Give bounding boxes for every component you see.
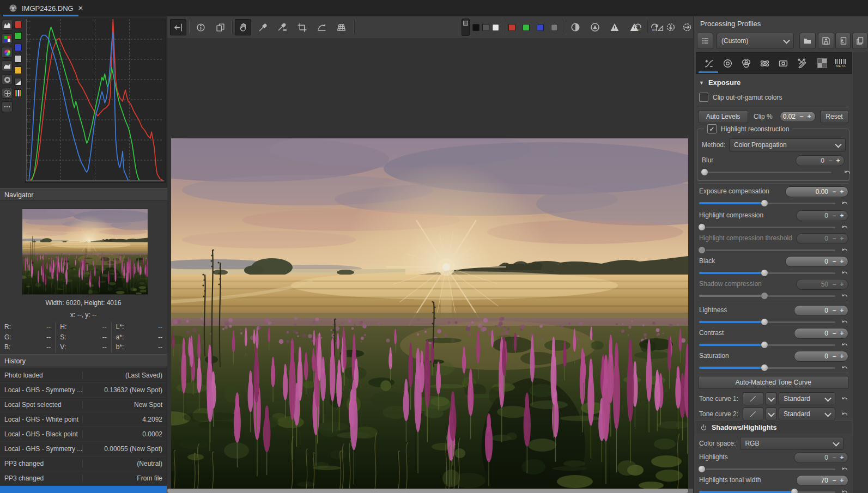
history-row[interactable]: PP3 changed(Neutral) — [0, 457, 167, 471]
exposure-compensation-slider[interactable] — [699, 200, 835, 206]
tab-detail[interactable] — [719, 55, 736, 71]
paste-profile-button[interactable] — [835, 33, 851, 49]
tone-curve-2-mode[interactable]: Standard — [779, 407, 835, 421]
slider-track[interactable] — [702, 172, 831, 173]
tone-curve-1-mode[interactable]: Standard — [779, 392, 835, 405]
horizontal-scrollbar[interactable] — [167, 489, 694, 493]
spin-plus[interactable]: + — [838, 307, 846, 314]
rotate-right-button[interactable]: 90° — [646, 19, 663, 35]
power-icon[interactable] — [700, 424, 707, 431]
reset-arrow-icon[interactable] — [841, 199, 848, 207]
tab-transform[interactable] — [775, 55, 791, 71]
rgb-mode-button[interactable] — [2, 33, 13, 44]
spin-minus[interactable]: − — [830, 281, 838, 288]
tab-exposure[interactable] — [701, 55, 717, 71]
perspective-tool-button[interactable] — [333, 19, 349, 35]
spin-plus[interactable]: + — [805, 113, 813, 120]
spin-minus[interactable]: − — [830, 477, 838, 484]
tone-curve-1-type-button[interactable] — [743, 392, 763, 405]
lightness-spinner[interactable]: 0 −+ — [794, 305, 848, 316]
blur-slider[interactable] — [702, 169, 831, 175]
color-picker-button[interactable] — [254, 19, 271, 35]
spin-plus[interactable]: + — [838, 235, 846, 242]
highlights-spinner[interactable]: 0 −+ — [794, 452, 848, 463]
history-row[interactable]: Local Spot selectedNew Spot — [0, 398, 167, 412]
reset-arrow-icon[interactable] — [841, 223, 848, 231]
reset-arrow-icon[interactable] — [841, 318, 848, 326]
slider-track[interactable] — [699, 249, 835, 251]
spin-minus[interactable]: − — [830, 235, 838, 242]
slider-knob[interactable] — [761, 292, 768, 300]
raw-bars-toggle[interactable] — [14, 89, 22, 97]
auto-matched-tone-curve-button[interactable]: Auto-Matched Tone Curve — [698, 376, 848, 389]
black-slider[interactable] — [699, 270, 835, 276]
bg-black-swatch[interactable] — [472, 24, 479, 31]
checkbox-checked[interactable]: ✓ — [707, 124, 717, 133]
close-icon[interactable]: ✕ — [78, 4, 83, 12]
slider-knob[interactable] — [698, 223, 706, 231]
history-row-selected[interactable] — [0, 486, 167, 493]
reset-arrow-icon[interactable] — [841, 341, 848, 349]
tab-metadata[interactable]: META — [833, 55, 849, 71]
slider-knob[interactable] — [761, 269, 768, 277]
hide-left-panel-button[interactable] — [170, 19, 186, 35]
reset-arrow-icon[interactable] — [841, 269, 848, 277]
red-channel-toggle[interactable] — [14, 21, 22, 28]
exposure-compensation-spinner[interactable]: 0.00 −+ — [785, 186, 848, 197]
preview-luminosity[interactable] — [551, 24, 558, 31]
luminosity-toggle[interactable] — [14, 55, 22, 63]
history-row[interactable]: Local - GHS - Symmetry ...0.13632 (New S… — [0, 383, 167, 397]
image-tab[interactable]: IMGP2426.DNG ✕ — [3, 1, 89, 15]
tab-raw[interactable] — [793, 55, 810, 71]
reset-arrow-icon[interactable] — [841, 364, 848, 372]
flip-vertical-button[interactable] — [663, 19, 679, 35]
spin-minus[interactable]: − — [830, 307, 838, 314]
spin-plus[interactable]: + — [838, 281, 846, 288]
spin-plus[interactable]: + — [834, 157, 842, 165]
tools-scrollbar[interactable] — [853, 52, 868, 493]
lightness-slider[interactable] — [699, 319, 835, 325]
bg-white-swatch[interactable] — [492, 24, 499, 31]
reset-exposure-button[interactable]: Reset — [820, 110, 848, 123]
saturation-spinner[interactable]: 0 −+ — [794, 351, 848, 362]
saturation-slider[interactable] — [699, 365, 835, 370]
highlight-compression-slider[interactable] — [699, 224, 835, 230]
slider-track[interactable] — [699, 227, 835, 228]
highlight-compression-spinner[interactable]: 0 −+ — [796, 210, 848, 221]
slider-track[interactable] — [699, 468, 835, 470]
blur-spinner[interactable]: 0 − + — [796, 155, 845, 166]
navigator-thumbnail[interactable] — [22, 209, 148, 295]
reset-arrow-icon[interactable] — [841, 395, 848, 403]
tab-color[interactable] — [738, 55, 754, 71]
hand-tool-button[interactable] — [235, 19, 251, 35]
mode-curve-toggle[interactable] — [14, 78, 22, 86]
sharpening-mask-button[interactable] — [587, 19, 603, 35]
tone-curve-1-type-chevron[interactable] — [766, 392, 776, 405]
slider-knob[interactable] — [761, 199, 768, 207]
spin-plus[interactable]: + — [838, 212, 846, 220]
spin-minus[interactable]: − — [830, 188, 838, 196]
preview-blue-channel[interactable] — [537, 24, 544, 31]
shadow-clipping-button[interactable] — [606, 19, 623, 35]
bg-gray-swatch[interactable] — [482, 24, 489, 31]
shadow-compression-slider[interactable] — [699, 293, 835, 299]
slider-knob[interactable] — [761, 341, 768, 349]
green-channel-toggle[interactable] — [14, 32, 22, 40]
slider-knob[interactable] — [698, 246, 706, 254]
contrast-slider[interactable] — [699, 342, 835, 348]
checkbox-unchecked[interactable] — [699, 93, 708, 102]
waveform-button[interactable] — [2, 60, 13, 71]
spin-plus[interactable]: + — [838, 258, 846, 265]
reset-arrow-icon[interactable] — [841, 292, 848, 300]
spin-plus[interactable]: + — [838, 352, 846, 360]
color-space-selector[interactable]: RGB — [740, 437, 843, 450]
slider-knob[interactable] — [701, 168, 708, 176]
white-balance-picker-button[interactable] — [274, 19, 290, 35]
spin-plus[interactable]: + — [838, 330, 846, 337]
partial-profile-button[interactable] — [697, 33, 713, 49]
histogram-plot[interactable] — [25, 19, 166, 183]
reset-arrow-icon[interactable] — [841, 246, 848, 254]
highlight-compression-threshold-spinner[interactable]: 0 −+ — [796, 233, 848, 244]
spin-minus[interactable]: − — [830, 212, 838, 220]
straighten-tool-button[interactable] — [313, 19, 330, 35]
